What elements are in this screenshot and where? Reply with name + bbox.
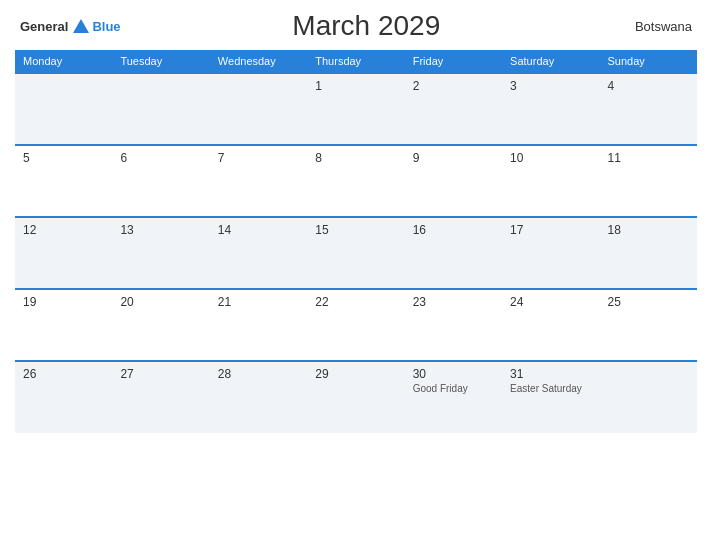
calendar-cell: 12 (15, 217, 112, 289)
logo-general-text: General (20, 19, 68, 34)
calendar-cell: 19 (15, 289, 112, 361)
calendar-cell (600, 361, 697, 433)
calendar-week-row: 2627282930Good Friday31Easter Saturday (15, 361, 697, 433)
day-number: 24 (510, 295, 591, 309)
page: General Blue March 2029 Botswana Monday … (0, 0, 712, 550)
calendar-cell (15, 73, 112, 145)
day-number: 11 (608, 151, 689, 165)
calendar-cell (112, 73, 209, 145)
day-number: 27 (120, 367, 201, 381)
header: General Blue March 2029 Botswana (15, 10, 697, 42)
calendar-cell: 18 (600, 217, 697, 289)
day-number: 3 (510, 79, 591, 93)
calendar-week-row: 1234 (15, 73, 697, 145)
day-number: 18 (608, 223, 689, 237)
day-number: 31 (510, 367, 591, 381)
day-number: 25 (608, 295, 689, 309)
calendar-cell: 6 (112, 145, 209, 217)
col-thursday: Thursday (307, 50, 404, 73)
col-saturday: Saturday (502, 50, 599, 73)
day-number: 14 (218, 223, 299, 237)
day-number: 22 (315, 295, 396, 309)
calendar-cell: 28 (210, 361, 307, 433)
day-number: 10 (510, 151, 591, 165)
day-number: 8 (315, 151, 396, 165)
day-number: 1 (315, 79, 396, 93)
day-number: 16 (413, 223, 494, 237)
day-number: 15 (315, 223, 396, 237)
day-number: 9 (413, 151, 494, 165)
calendar-header-row: Monday Tuesday Wednesday Thursday Friday… (15, 50, 697, 73)
col-wednesday: Wednesday (210, 50, 307, 73)
calendar-cell: 5 (15, 145, 112, 217)
calendar-cell: 20 (112, 289, 209, 361)
day-number: 13 (120, 223, 201, 237)
calendar-week-row: 12131415161718 (15, 217, 697, 289)
calendar-cell: 7 (210, 145, 307, 217)
calendar-cell: 25 (600, 289, 697, 361)
day-number: 28 (218, 367, 299, 381)
calendar-cell: 27 (112, 361, 209, 433)
country-label: Botswana (612, 19, 692, 34)
day-number: 20 (120, 295, 201, 309)
calendar-cell: 10 (502, 145, 599, 217)
calendar-cell (210, 73, 307, 145)
col-tuesday: Tuesday (112, 50, 209, 73)
calendar-cell: 11 (600, 145, 697, 217)
day-number: 21 (218, 295, 299, 309)
calendar-cell: 4 (600, 73, 697, 145)
calendar-cell: 15 (307, 217, 404, 289)
calendar-cell: 29 (307, 361, 404, 433)
calendar-cell: 2 (405, 73, 502, 145)
day-number: 5 (23, 151, 104, 165)
calendar-cell: 17 (502, 217, 599, 289)
col-friday: Friday (405, 50, 502, 73)
day-number: 2 (413, 79, 494, 93)
logo: General Blue (20, 17, 121, 35)
day-number: 6 (120, 151, 201, 165)
calendar-cell: 26 (15, 361, 112, 433)
col-monday: Monday (15, 50, 112, 73)
calendar-cell: 8 (307, 145, 404, 217)
calendar-cell: 13 (112, 217, 209, 289)
day-number: 4 (608, 79, 689, 93)
logo-blue-text: Blue (92, 19, 120, 34)
col-sunday: Sunday (600, 50, 697, 73)
day-number: 29 (315, 367, 396, 381)
calendar-week-row: 19202122232425 (15, 289, 697, 361)
calendar-cell: 21 (210, 289, 307, 361)
calendar-cell: 14 (210, 217, 307, 289)
holiday-name: Good Friday (413, 383, 494, 394)
calendar-cell: 31Easter Saturday (502, 361, 599, 433)
logo-triangle-icon (72, 17, 90, 35)
calendar-cell: 1 (307, 73, 404, 145)
day-number: 30 (413, 367, 494, 381)
day-number: 12 (23, 223, 104, 237)
calendar-cell: 3 (502, 73, 599, 145)
day-number: 26 (23, 367, 104, 381)
svg-marker-0 (73, 19, 89, 33)
day-number: 23 (413, 295, 494, 309)
calendar-cell: 23 (405, 289, 502, 361)
calendar-table: Monday Tuesday Wednesday Thursday Friday… (15, 50, 697, 433)
calendar-cell: 22 (307, 289, 404, 361)
calendar-cell: 16 (405, 217, 502, 289)
calendar-cell: 24 (502, 289, 599, 361)
day-number: 19 (23, 295, 104, 309)
calendar-cell: 30Good Friday (405, 361, 502, 433)
holiday-name: Easter Saturday (510, 383, 591, 394)
calendar-cell: 9 (405, 145, 502, 217)
day-number: 17 (510, 223, 591, 237)
calendar-title: March 2029 (121, 10, 612, 42)
calendar-week-row: 567891011 (15, 145, 697, 217)
day-number: 7 (218, 151, 299, 165)
